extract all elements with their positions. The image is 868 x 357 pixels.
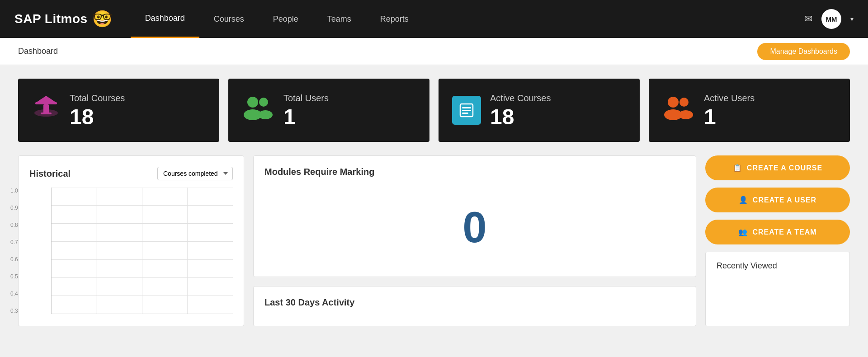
active-courses-value: 18	[490, 106, 551, 128]
svg-point-5	[247, 97, 258, 108]
total-users-value: 1	[283, 106, 329, 128]
main-content: Total Courses 18 Total Users 1	[0, 65, 868, 340]
avatar[interactable]: MM	[821, 9, 841, 29]
stat-card-total-users: Total Users 1	[228, 79, 429, 142]
chart-area	[51, 188, 233, 314]
chart-y-labels: 1.0 0.9 0.8 0.7 0.6 0.5 0.4 0.3	[10, 188, 18, 314]
brand-name: SAP Litmos	[14, 12, 88, 26]
user-dropdown-arrow[interactable]: ▾	[850, 15, 854, 23]
active-users-icon	[662, 94, 695, 127]
svg-marker-2	[35, 96, 57, 103]
svg-rect-10	[462, 107, 471, 108]
breadcrumb-bar: Dashboard Manage Dashboards	[0, 38, 868, 65]
brand[interactable]: SAP Litmos 🤓	[14, 9, 113, 28]
svg-rect-4	[41, 113, 52, 114]
total-users-icon	[242, 94, 274, 127]
manage-dashboards-button[interactable]: Manage Dashboards	[757, 43, 850, 60]
total-courses-icon	[32, 93, 61, 127]
active-courses-icon	[452, 96, 481, 125]
stat-cards-grid: Total Courses 18 Total Users 1	[18, 79, 850, 142]
recently-viewed-card: Recently Viewed	[705, 252, 850, 326]
navbar: SAP Litmos 🤓 Dashboard Courses People Te…	[0, 0, 868, 38]
nav-teams[interactable]: Teams	[313, 0, 366, 38]
page-title: Dashboard	[18, 47, 58, 56]
svg-point-16	[679, 110, 693, 119]
svg-point-8	[258, 110, 273, 119]
navbar-right: ✉ MM ▾	[804, 9, 854, 29]
svg-point-13	[668, 97, 679, 108]
brand-icon: 🤓	[92, 9, 113, 28]
create-user-icon: 👤	[739, 196, 748, 204]
modules-title: Modules Require Marking	[264, 167, 374, 177]
create-course-button[interactable]: 📋 CREATE A COURSE	[705, 155, 850, 180]
create-course-icon: 📋	[733, 164, 742, 172]
last30-card: Last 30 Days Activity	[253, 286, 696, 326]
active-users-body: Active Users 1	[704, 93, 755, 128]
middle-col: Modules Require Marking 0 Last 30 Days A…	[253, 155, 696, 326]
svg-rect-12	[462, 113, 468, 114]
last30-header: Last 30 Days Activity	[264, 297, 685, 308]
active-courses-body: Active Courses 18	[490, 93, 551, 128]
stat-card-active-courses: Active Courses 18	[439, 79, 640, 142]
nav-reports[interactable]: Reports	[366, 0, 423, 38]
recently-viewed-title: Recently Viewed	[717, 261, 839, 271]
active-users-label: Active Users	[704, 93, 755, 103]
stat-card-total-courses: Total Courses 18	[18, 79, 219, 142]
last30-title: Last 30 Days Activity	[264, 297, 354, 308]
stat-card-active-users: Active Users 1	[649, 79, 850, 142]
historical-dropdown[interactable]: Courses completed	[157, 167, 233, 180]
create-course-label: CREATE A COURSE	[747, 164, 822, 172]
active-courses-label: Active Courses	[490, 93, 551, 103]
total-courses-label: Total Courses	[70, 93, 125, 103]
active-courses-bg-icon	[452, 96, 481, 125]
svg-rect-3	[43, 104, 49, 113]
mail-icon[interactable]: ✉	[804, 13, 812, 25]
total-users-body: Total Users 1	[283, 93, 329, 128]
svg-rect-11	[462, 110, 471, 111]
svg-point-6	[259, 98, 268, 107]
total-courses-body: Total Courses 18	[70, 93, 125, 128]
historical-card: Historical Courses completed 1.0 0.9 0.8…	[18, 155, 244, 326]
create-team-button[interactable]: 👥 CREATE A TEAM	[705, 220, 850, 244]
modules-header: Modules Require Marking	[264, 167, 685, 177]
bottom-row: Historical Courses completed 1.0 0.9 0.8…	[18, 155, 850, 326]
active-users-value: 1	[704, 106, 755, 128]
historical-header: Historical Courses completed	[29, 167, 233, 180]
historical-title: Historical	[29, 169, 71, 179]
chart-svg	[52, 188, 233, 314]
nav-courses[interactable]: Courses	[199, 0, 259, 38]
create-user-label: CREATE A USER	[753, 196, 816, 204]
nav-links: Dashboard Courses People Teams Reports	[131, 0, 804, 38]
total-users-label: Total Users	[283, 93, 329, 103]
create-team-label: CREATE A TEAM	[752, 228, 816, 236]
chart-container: 1.0 0.9 0.8 0.7 0.6 0.5 0.4 0.3	[29, 188, 233, 314]
modules-card: Modules Require Marking 0	[253, 155, 696, 277]
create-user-button[interactable]: 👤 CREATE A USER	[705, 188, 850, 212]
modules-value: 0	[264, 184, 685, 266]
right-col: 📋 CREATE A COURSE 👤 CREATE A USER 👥 CREA…	[705, 155, 850, 326]
total-courses-value: 18	[70, 106, 125, 128]
nav-dashboard[interactable]: Dashboard	[131, 0, 199, 38]
create-team-icon: 👥	[738, 228, 748, 236]
nav-people[interactable]: People	[259, 0, 313, 38]
svg-point-14	[679, 98, 689, 107]
